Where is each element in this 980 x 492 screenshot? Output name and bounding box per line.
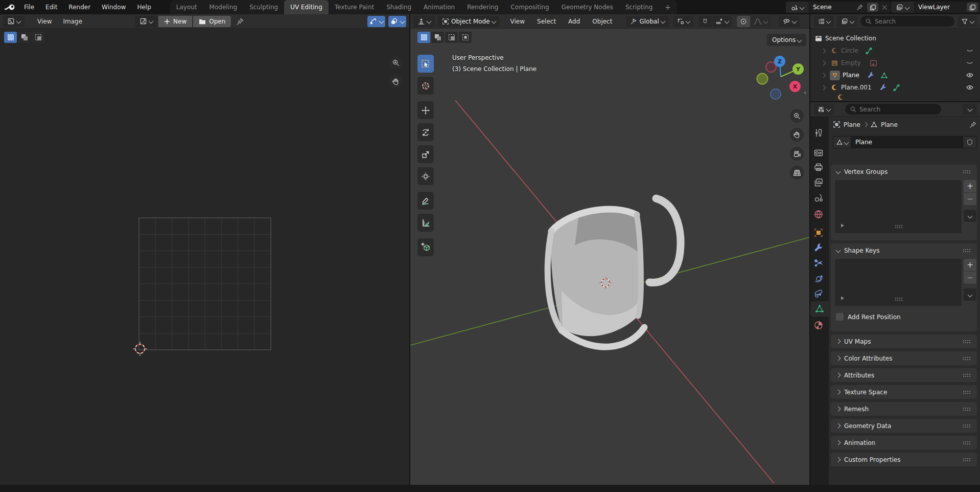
tab-modeling[interactable]: Modeling <box>203 0 244 14</box>
list-expand-icon[interactable] <box>840 296 845 301</box>
blender-logo-icon[interactable] <box>4 3 16 12</box>
panel-grip-icon[interactable] <box>963 424 964 426</box>
tool-rotate[interactable] <box>417 123 434 141</box>
tab-tool[interactable] <box>813 128 824 138</box>
panel-animation[interactable]: Animation <box>831 436 977 450</box>
eye-open-icon[interactable] <box>966 83 974 92</box>
panel-texture-space[interactable]: Texture Space <box>831 385 977 399</box>
fake-user-shield-button[interactable] <box>963 136 977 148</box>
panel-grip-icon[interactable] <box>963 170 964 171</box>
add-shape-key-button[interactable]: + <box>964 259 976 271</box>
browse-mesh-button[interactable] <box>833 136 851 148</box>
tab-layout[interactable]: Layout <box>170 0 203 14</box>
tab-compositing[interactable]: Compositing <box>504 0 555 14</box>
tab-scripting[interactable]: Scripting <box>619 0 659 14</box>
outliner-row-scene-collection[interactable]: Scene Collection <box>810 33 980 44</box>
list-resize-grip-icon[interactable] <box>895 298 896 299</box>
tool-scale[interactable] <box>417 145 434 163</box>
tab-particles[interactable] <box>813 258 824 269</box>
pin-icon[interactable] <box>856 4 864 11</box>
panel-geometry-data[interactable]: Geometry Data <box>831 419 977 433</box>
shape-key-specials-button[interactable] <box>964 288 976 301</box>
uv-canvas[interactable] <box>0 29 409 485</box>
browse-image-button[interactable] <box>135 16 157 27</box>
new-scene-button[interactable] <box>867 3 878 12</box>
open-image-button[interactable]: Open <box>193 16 231 27</box>
viewport-menu-view[interactable]: View <box>505 18 530 25</box>
menu-edit[interactable]: Edit <box>40 4 63 11</box>
editor-border-vertical-2[interactable] <box>809 14 810 485</box>
tab-constraints[interactable] <box>813 289 824 299</box>
menu-render[interactable]: Render <box>63 4 96 11</box>
tab-material[interactable] <box>813 320 824 332</box>
expand-icon[interactable] <box>821 73 826 78</box>
panel-grip-icon[interactable] <box>963 357 964 358</box>
tool-transform[interactable] <box>417 167 434 185</box>
outliner-filter-button[interactable] <box>958 16 977 27</box>
tab-output[interactable] <box>813 162 824 172</box>
uv-editor-type-button[interactable] <box>3 16 25 27</box>
menu-help[interactable]: Help <box>131 4 156 11</box>
tab-view-layer[interactable] <box>813 177 824 188</box>
viewport-scene[interactable] <box>410 29 809 485</box>
tab-shading[interactable]: Shading <box>380 0 417 14</box>
tab-object-data-active[interactable] <box>810 301 829 317</box>
proportional-editing-toggle[interactable] <box>737 16 750 27</box>
vertex-groups-panel-header[interactable]: Vertex Groups <box>831 165 977 178</box>
transform-orientation-selector[interactable]: Global <box>626 16 668 27</box>
remove-shape-key-button[interactable]: − <box>964 272 976 284</box>
editor-border-vertical-1[interactable] <box>409 14 410 485</box>
outliner-editor-type-button[interactable] <box>813 16 834 27</box>
shape-keys-list[interactable] <box>835 259 962 306</box>
outliner-search-field[interactable]: Search <box>860 16 954 27</box>
panel-attributes[interactable]: Attributes <box>831 368 977 382</box>
tab-scene[interactable] <box>813 193 824 203</box>
panel-grip-icon[interactable] <box>963 458 964 459</box>
mesh-name-input[interactable]: Plane <box>851 136 963 148</box>
breadcrumb-object-name[interactable]: Plane <box>844 121 860 128</box>
viewport-camera-gadget[interactable] <box>790 147 804 161</box>
add-rest-position-checkbox[interactable] <box>836 313 844 321</box>
viewport-menu-add[interactable]: Add <box>563 18 586 25</box>
panel-color-attributes[interactable]: Color Attributes <box>831 351 977 365</box>
tab-geometry-nodes[interactable]: Geometry Nodes <box>555 0 619 14</box>
panel-grip-icon[interactable] <box>963 340 964 341</box>
viewport-pan-gadget[interactable] <box>790 128 804 142</box>
properties-options-button[interactable] <box>963 104 977 115</box>
tab-object[interactable] <box>813 228 824 239</box>
show-overlays-icon[interactable] <box>390 17 398 25</box>
tab-texture-paint[interactable]: Texture Paint <box>329 0 380 14</box>
viewport-menu-object[interactable]: Object <box>587 18 618 25</box>
show-gizmo-selector[interactable] <box>779 16 800 27</box>
panel-grip-icon[interactable] <box>963 374 964 375</box>
viewport-ortho-gadget[interactable] <box>790 166 804 180</box>
tab-render[interactable] <box>813 148 824 158</box>
options-button[interactable]: Options <box>767 34 806 46</box>
outliner-row-plane[interactable]: Plane <box>810 70 980 81</box>
new-view-layer-button[interactable] <box>967 3 978 12</box>
menu-file[interactable]: File <box>18 4 40 11</box>
vertex-groups-list[interactable] <box>835 180 962 233</box>
unlink-scene-icon[interactable] <box>882 5 888 10</box>
shape-keys-panel-header[interactable]: Shape Keys <box>831 243 977 257</box>
outliner-row-plane-001[interactable]: Plane.001 <box>810 82 980 93</box>
panel-grip-icon[interactable] <box>963 441 964 442</box>
proportional-falloff-button[interactable] <box>751 16 771 27</box>
tab-physics[interactable] <box>813 274 824 284</box>
new-image-button[interactable]: New <box>158 16 192 27</box>
snap-toggle[interactable] <box>698 16 712 27</box>
viewport-editor-type-button[interactable] <box>413 16 435 27</box>
tab-rendering[interactable]: Rendering <box>461 0 504 14</box>
add-workspace-button[interactable]: + <box>659 0 677 14</box>
scene-name[interactable]: Scene <box>813 4 853 11</box>
tool-annotate[interactable] <box>417 192 434 210</box>
navigation-gizmo[interactable]: Z Y X <box>753 47 809 103</box>
properties-search-field[interactable]: Search <box>845 104 941 115</box>
panel-grip-icon[interactable] <box>963 408 964 409</box>
tool-measure[interactable] <box>417 214 434 232</box>
breadcrumb-data-name[interactable]: Plane <box>881 121 898 128</box>
pin-icon[interactable] <box>236 17 244 26</box>
viewport-zoom-gadget[interactable] <box>790 109 804 123</box>
outliner-display-mode-button[interactable] <box>837 16 857 27</box>
tool-select-box[interactable] <box>417 55 434 73</box>
